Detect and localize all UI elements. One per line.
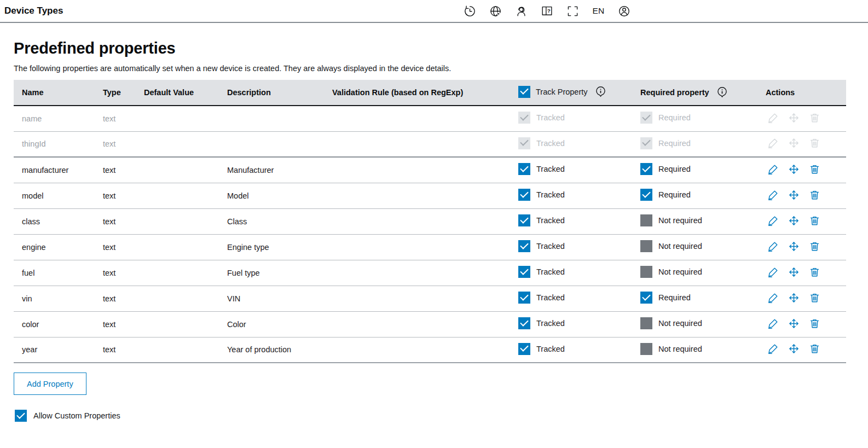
required-property-cell: Required (640, 286, 766, 311)
delete-icon[interactable] (809, 164, 820, 175)
info-icon[interactable] (595, 86, 606, 98)
default-value-cell (144, 183, 227, 208)
track-property-checkbox[interactable] (518, 266, 530, 278)
edit-icon[interactable] (767, 318, 779, 329)
edit-icon[interactable] (767, 189, 779, 201)
track-property-checkbox[interactable] (518, 240, 530, 252)
header-type: Type (103, 80, 144, 106)
required-property-checkbox[interactable] (640, 163, 652, 175)
required-property-checkbox[interactable] (640, 343, 652, 355)
track-property-cell: Tracked (518, 286, 640, 311)
description-cell: Engine type (227, 234, 332, 260)
required-property-checkbox[interactable] (640, 189, 652, 201)
actions-cell (766, 157, 846, 183)
add-property-button[interactable]: Add Property (14, 373, 86, 395)
track-property-checkbox[interactable] (518, 317, 530, 329)
edit-icon[interactable] (767, 292, 779, 304)
edit-icon (767, 137, 779, 149)
default-value-cell (144, 337, 227, 363)
move-icon[interactable] (788, 164, 800, 175)
required-property-label: Not required (658, 319, 702, 328)
table-row: colortextColorTrackedNot required (14, 311, 846, 337)
required-property-checkbox[interactable] (640, 240, 652, 252)
default-value-cell (144, 286, 227, 311)
globe-icon[interactable] (489, 4, 502, 18)
required-property-checkbox (640, 112, 652, 124)
edit-icon[interactable] (767, 164, 779, 175)
property-type-cell: text (103, 106, 144, 131)
move-icon[interactable] (788, 292, 800, 304)
move-icon[interactable] (788, 343, 800, 354)
validation-rule-cell (332, 234, 518, 260)
description-cell: Manufacturer (227, 157, 332, 183)
delete-icon[interactable] (809, 215, 820, 226)
description-cell (227, 106, 332, 131)
header-required-property: Required property (640, 80, 766, 106)
history-icon[interactable] (463, 4, 477, 18)
edit-icon[interactable] (767, 266, 779, 278)
track-property-cell: Tracked (518, 183, 640, 208)
table-row: manufacturertextManufacturerTrackedRequi… (14, 157, 846, 183)
property-type-cell: text (103, 157, 144, 183)
delete-icon[interactable] (809, 318, 820, 329)
required-property-checkbox[interactable] (640, 292, 652, 304)
language-selector[interactable]: EN (592, 6, 605, 16)
property-name-cell: thingId (14, 131, 103, 157)
required-property-cell: Required (640, 183, 766, 208)
track-property-checkbox[interactable] (518, 214, 530, 226)
description-cell: Fuel type (227, 260, 332, 286)
edit-icon[interactable] (767, 241, 779, 252)
move-icon[interactable] (788, 318, 800, 329)
track-property-checkbox (518, 137, 530, 149)
table-row: nametextTrackedRequired (14, 106, 846, 131)
header-validation-rule: Validation Rule (based on RegExp) (332, 80, 518, 106)
allow-custom-properties-checkbox[interactable] (15, 410, 27, 422)
validation-rule-cell (332, 106, 518, 131)
track-property-label: Tracked (536, 319, 565, 328)
table-row: thingIdtextTrackedRequired (14, 131, 846, 157)
required-property-checkbox[interactable] (640, 317, 652, 329)
track-property-checkbox[interactable] (518, 163, 530, 175)
default-value-cell (144, 131, 227, 157)
move-icon[interactable] (788, 189, 800, 201)
default-value-cell (144, 106, 227, 131)
page-description: The following properties are automatical… (14, 64, 846, 73)
edit-icon[interactable] (767, 343, 779, 354)
required-property-checkbox[interactable] (640, 266, 652, 278)
property-name-cell: name (14, 106, 103, 131)
edit-icon[interactable] (767, 215, 779, 226)
actions-cell (766, 260, 846, 286)
track-property-header-checkbox[interactable] (518, 86, 530, 98)
track-property-checkbox[interactable] (518, 343, 530, 355)
fullscreen-icon[interactable] (566, 4, 580, 18)
header-actions: Actions (766, 80, 846, 106)
validation-rule-cell (332, 157, 518, 183)
required-property-label: Required (658, 113, 691, 122)
required-property-checkbox[interactable] (640, 214, 652, 226)
move-icon (788, 112, 800, 124)
track-property-checkbox[interactable] (518, 189, 530, 201)
move-icon[interactable] (788, 266, 800, 278)
track-property-label: Tracked (536, 139, 565, 148)
move-icon[interactable] (788, 241, 800, 252)
property-type-cell: text (103, 311, 144, 337)
help-book-icon[interactable]: ? (540, 4, 554, 18)
required-property-header-label: Required property (640, 88, 709, 97)
track-property-checkbox[interactable] (518, 292, 530, 304)
move-icon[interactable] (788, 215, 800, 226)
properties-table: Name Type Default Value Description Vali… (14, 80, 846, 363)
validation-rule-cell (332, 337, 518, 363)
delete-icon[interactable] (809, 292, 820, 304)
table-body: nametextTrackedRequiredthingIdtextTracke… (14, 106, 846, 363)
delete-icon[interactable] (809, 343, 820, 354)
required-property-label: Not required (658, 345, 702, 353)
allow-custom-properties-label: Allow Custom Properties (33, 411, 120, 420)
delete-icon[interactable] (809, 189, 820, 201)
default-value-cell (144, 311, 227, 337)
header-name: Name (14, 80, 103, 106)
user-icon[interactable] (617, 4, 631, 18)
delete-icon[interactable] (809, 266, 820, 278)
delete-icon[interactable] (809, 241, 820, 252)
info-icon[interactable] (717, 86, 727, 98)
support-icon[interactable] (514, 4, 528, 18)
